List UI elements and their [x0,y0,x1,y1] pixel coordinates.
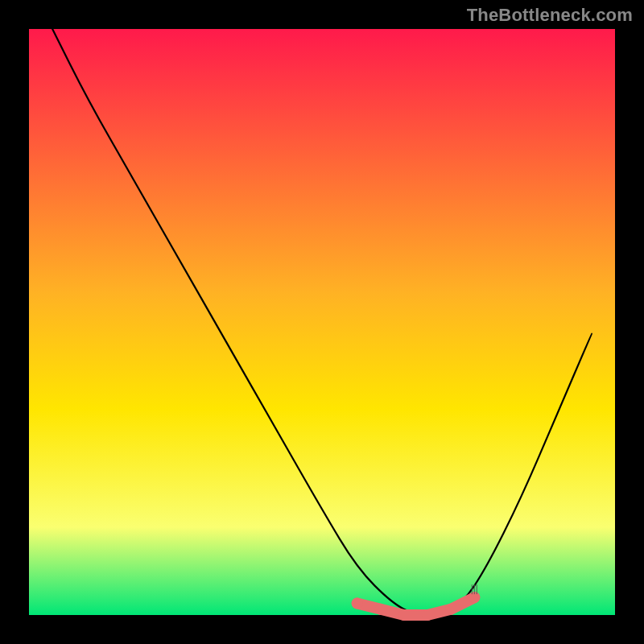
bottleneck-chart [0,0,644,644]
watermark-text: TheBottleneck.com [467,5,633,26]
marker-dot [352,597,363,609]
chart-frame: TheBottleneck.com [0,0,644,644]
plot-background [29,29,615,615]
